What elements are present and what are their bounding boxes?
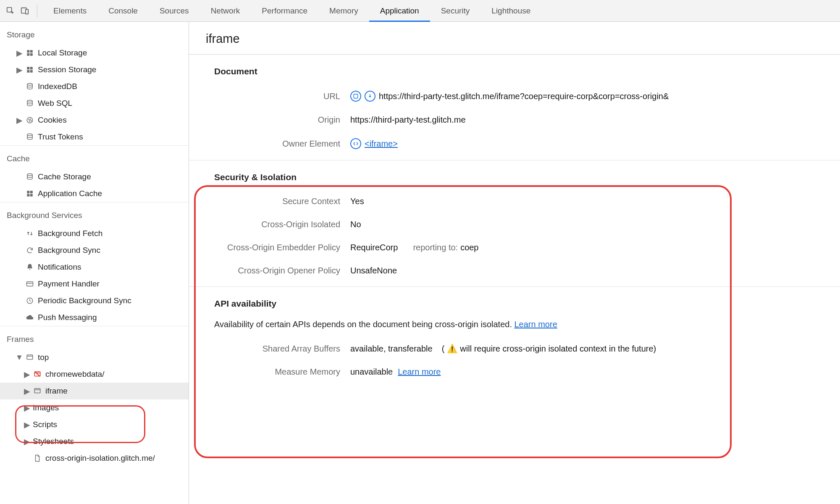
tab-performance[interactable]: Performance	[251, 0, 318, 22]
sidebar-item-label: Local Storage	[38, 48, 87, 58]
sidebar-section-cache: Cache	[0, 145, 189, 168]
tab-elements[interactable]: Elements	[42, 0, 97, 22]
storage-icon	[25, 48, 34, 58]
sidebar-item-trust-tokens[interactable]: ▶ Trust Tokens	[0, 129, 189, 145]
sidebar-section-frames: Frames	[0, 326, 189, 349]
frame-error-icon	[33, 370, 42, 379]
warn-prefix: (	[442, 344, 445, 354]
svg-rect-20	[27, 191, 29, 193]
sidebar-item-label: Application Cache	[38, 189, 102, 198]
sidebar-item-app-cache[interactable]: ▶ Application Cache	[0, 185, 189, 202]
device-toggle-icon[interactable]	[18, 4, 32, 18]
svg-point-14	[29, 119, 29, 120]
sidebar-item-cookies[interactable]: ▶ Cookies	[0, 112, 189, 129]
sidebar-item-session-storage[interactable]: ▶ Session Storage	[0, 61, 189, 78]
label-measure-memory: Measure Memory	[214, 367, 340, 377]
svg-point-13	[27, 117, 33, 123]
application-sidebar: Storage ▶ Local Storage ▶ Session Storag…	[0, 22, 189, 504]
sidebar-item-label: chromewebdata/	[45, 370, 104, 379]
sidebar-item-label: Images	[33, 403, 59, 412]
svg-rect-5	[27, 53, 29, 56]
page-title: iframe	[189, 22, 840, 55]
sidebar-item-label: Stylesheets	[33, 437, 74, 446]
bell-icon	[25, 262, 34, 272]
sidebar-item-notifications[interactable]: ▶ Notifications	[0, 259, 189, 276]
frame-icon	[25, 353, 34, 362]
section-heading: Security & Isolation	[214, 168, 823, 190]
learn-more-link[interactable]: Learn more	[398, 367, 441, 377]
sidebar-item-label: Background Fetch	[38, 229, 102, 238]
sidebar-item-payment[interactable]: ▶ Payment Handler	[0, 276, 189, 292]
database-icon	[25, 172, 34, 181]
tab-sources[interactable]: Sources	[149, 0, 200, 22]
tab-network[interactable]: Network	[200, 0, 251, 22]
svg-rect-4	[30, 50, 33, 52]
tab-security[interactable]: Security	[430, 0, 481, 22]
sidebar-item-websql[interactable]: ▶ Web SQL	[0, 95, 189, 112]
sidebar-item-images[interactable]: ▶ Images	[0, 399, 189, 416]
value-reporting-to: coep	[460, 243, 478, 252]
svg-point-17	[31, 121, 32, 121]
svg-rect-34	[354, 94, 357, 98]
sidebar-item-bg-fetch[interactable]: ▶ Background Fetch	[0, 225, 189, 242]
sidebar-item-cache-storage[interactable]: ▶ Cache Storage	[0, 168, 189, 185]
cookie-icon	[25, 116, 34, 125]
svg-rect-10	[30, 70, 33, 73]
sidebar-item-file[interactable]: ▶ cross-origin-isolation.glitch.me/	[0, 450, 189, 467]
label-owner: Owner Element	[214, 139, 340, 149]
toolbar-separator	[37, 5, 37, 17]
clock-icon	[25, 296, 34, 305]
devtools-toolbar: Elements Console Sources Network Perform…	[0, 0, 840, 22]
database-icon	[25, 132, 34, 142]
inspect-element-icon[interactable]	[3, 4, 18, 18]
svg-rect-23	[30, 194, 33, 197]
sidebar-item-stylesheets[interactable]: ▶ Stylesheets	[0, 433, 189, 450]
sidebar-section-storage: Storage	[0, 22, 189, 45]
tab-console[interactable]: Console	[97, 0, 149, 22]
reveal-icon[interactable]	[350, 91, 361, 102]
sidebar-item-label: iframe	[45, 386, 68, 396]
svg-rect-3	[27, 50, 29, 52]
svg-rect-21	[30, 191, 33, 193]
section-api: API availability Availability of certain…	[189, 287, 840, 388]
sidebar-item-label: Web SQL	[38, 99, 72, 108]
element-link-icon[interactable]	[350, 138, 361, 149]
sidebar-item-label: cross-origin-isolation.glitch.me/	[45, 454, 155, 463]
sidebar-section-background: Background Services	[0, 202, 189, 225]
value-measure-memory: unavailable	[350, 367, 393, 377]
label-sab: Shared Array Buffers	[214, 344, 340, 354]
sidebar-item-label: Scripts	[33, 420, 57, 429]
sidebar-item-periodic-sync[interactable]: ▶ Periodic Background Sync	[0, 292, 189, 309]
sidebar-item-chromewebdata[interactable]: ▶ chromewebdata/	[0, 366, 189, 383]
sidebar-item-indexeddb[interactable]: ▶ IndexedDB	[0, 78, 189, 95]
open-icon[interactable]	[365, 91, 375, 102]
sidebar-item-push[interactable]: ▶ Push Messaging	[0, 309, 189, 326]
sidebar-item-frame-top[interactable]: ▼ top	[0, 349, 189, 366]
svg-rect-7	[27, 67, 29, 69]
tab-application[interactable]: Application	[369, 0, 430, 22]
label-coep: Cross-Origin Embedder Policy	[189, 243, 340, 252]
sidebar-item-bg-sync[interactable]: ▶ Background Sync	[0, 242, 189, 259]
tab-lighthouse[interactable]: Lighthouse	[480, 0, 541, 22]
svg-rect-2	[26, 9, 28, 14]
sidebar-item-local-storage[interactable]: ▶ Local Storage	[0, 45, 189, 61]
svg-rect-22	[27, 194, 29, 197]
sidebar-item-scripts[interactable]: ▶ Scripts	[0, 416, 189, 433]
svg-point-19	[27, 174, 32, 176]
value-origin: https://third-party-test.glitch.me	[350, 115, 466, 125]
section-heading: API availability	[214, 294, 823, 316]
chevron-right-icon: ▶	[24, 422, 29, 427]
owner-element-link[interactable]: <iframe>	[365, 139, 398, 149]
section-heading: Document	[214, 62, 823, 84]
tab-memory[interactable]: Memory	[318, 0, 369, 22]
chevron-down-icon: ▼	[17, 355, 22, 360]
sidebar-item-label: IndexedDB	[38, 82, 77, 91]
svg-rect-6	[30, 53, 33, 56]
document-icon	[33, 454, 42, 463]
sidebar-item-label: Notifications	[38, 262, 81, 272]
learn-more-link[interactable]: Learn more	[514, 320, 557, 329]
sidebar-item-iframe[interactable]: ▶ iframe	[0, 383, 189, 399]
sidebar-item-label: Cookies	[38, 116, 67, 125]
section-document: Document URL https://third-party-test.gl…	[189, 55, 840, 160]
frame-icon	[33, 386, 42, 396]
